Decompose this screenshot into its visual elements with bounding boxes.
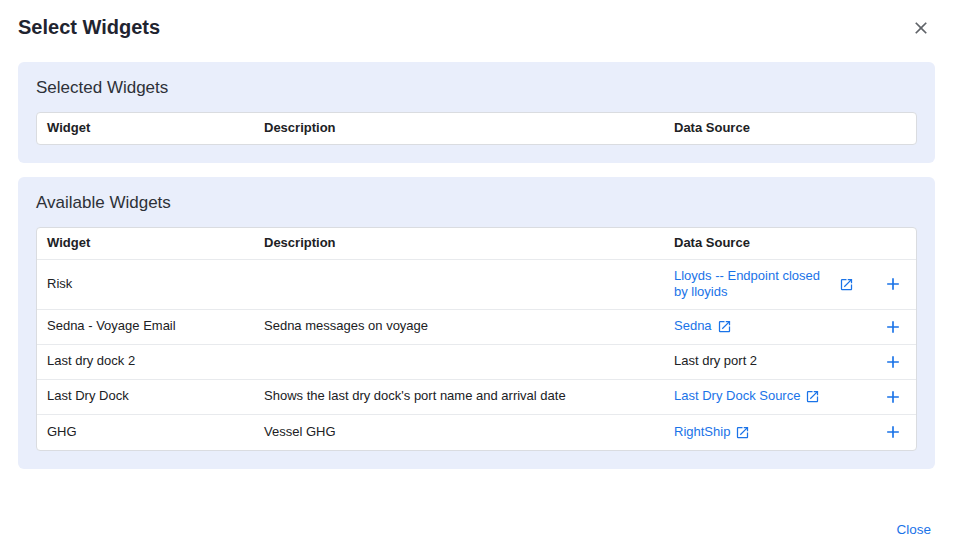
dialog-footer: Close (896, 520, 931, 538)
select-widgets-dialog: Select Widgets Selected Widgets Widget D… (0, 0, 953, 497)
external-link-icon[interactable] (735, 425, 750, 440)
widget-name: GHG (37, 417, 254, 448)
add-cell (870, 267, 916, 301)
data-source-link[interactable]: RightShip (674, 424, 730, 441)
column-header-actions (870, 236, 916, 250)
table-row: Last dry dock 2 Last dry port 2 (37, 345, 916, 380)
column-header-description: Description (254, 228, 664, 259)
widget-description (254, 277, 664, 291)
widget-name: Sedna - Voyage Email (37, 311, 254, 342)
column-header-data-source: Data Source (664, 228, 870, 259)
data-source-link[interactable]: Last Dry Dock Source (674, 388, 800, 405)
data-source-cell: Last dry port 2 (664, 346, 870, 377)
table-header-row: Widget Description Data Source (37, 113, 916, 144)
widget-description: Sedna messages on voyage (254, 311, 664, 342)
table-row: Sedna - Voyage Email Sedna messages on v… (37, 310, 916, 345)
data-source-cell: Last Dry Dock Source (664, 381, 870, 412)
selected-widgets-heading: Selected Widgets (36, 78, 917, 98)
dialog-title: Select Widgets (18, 14, 160, 39)
data-source-link[interactable]: Sedna (674, 318, 712, 335)
data-source-cell: RightShip (664, 417, 870, 448)
external-link-icon[interactable] (717, 319, 732, 334)
widget-name: Last dry dock 2 (37, 346, 254, 377)
table-row: GHG Vessel GHG RightShip (37, 415, 916, 450)
available-widgets-heading: Available Widgets (36, 193, 917, 213)
column-header-widget: Widget (37, 228, 254, 259)
add-widget-button[interactable] (883, 422, 903, 442)
add-widget-button[interactable] (883, 387, 903, 407)
column-header-data-source: Data Source (664, 113, 870, 144)
widget-name: Last Dry Dock (37, 381, 254, 412)
widget-description: Vessel GHG (254, 417, 664, 448)
column-header-actions (870, 122, 916, 136)
external-link-icon[interactable] (805, 389, 820, 404)
column-header-widget: Widget (37, 113, 254, 144)
add-cell (870, 310, 916, 344)
data-source-link[interactable]: Lloyds -- Endpoint closed by lloyids (674, 268, 834, 302)
selected-widgets-panel: Selected Widgets Widget Description Data… (18, 62, 935, 163)
close-icon[interactable] (907, 14, 935, 42)
column-header-description: Description (254, 113, 664, 144)
widget-description: Shows the last dry dock's port name and … (254, 381, 664, 412)
add-widget-button[interactable] (883, 352, 903, 372)
close-button[interactable]: Close (896, 522, 931, 537)
selected-widgets-table: Widget Description Data Source (36, 112, 917, 145)
dialog-header: Select Widgets (18, 14, 935, 42)
add-cell (870, 380, 916, 414)
available-widgets-panel: Available Widgets Widget Description Dat… (18, 177, 935, 469)
table-row: Last Dry Dock Shows the last dry dock's … (37, 380, 916, 415)
add-cell (870, 345, 916, 379)
data-source-text: Last dry port 2 (674, 353, 757, 370)
table-row: Risk Lloyds -- Endpoint closed by lloyid… (37, 260, 916, 310)
table-header-row: Widget Description Data Source (37, 228, 916, 260)
external-link-icon[interactable] (839, 277, 860, 292)
add-widget-button[interactable] (883, 317, 903, 337)
add-cell (870, 415, 916, 449)
available-widgets-table: Widget Description Data Source Risk Lloy… (36, 227, 917, 451)
widget-name: Risk (37, 269, 254, 300)
data-source-cell: Lloyds -- Endpoint closed by lloyids (664, 261, 870, 309)
data-source-cell: Sedna (664, 311, 870, 342)
widget-description (254, 355, 664, 369)
add-widget-button[interactable] (883, 274, 903, 294)
